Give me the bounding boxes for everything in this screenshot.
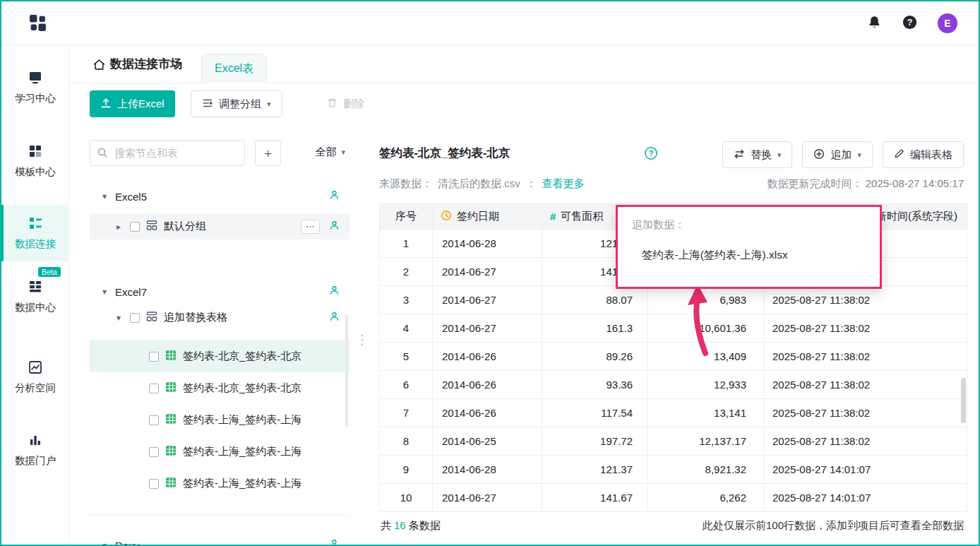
group-icon xyxy=(146,220,157,234)
drag-dots-icon: ⋮ xyxy=(356,333,369,347)
tree-table-item[interactable]: 签约表-上海_签约表-上海 xyxy=(90,436,349,468)
table-row: 62014-06-2693.3612,9332025-08-27 11:38:0… xyxy=(380,371,967,399)
add-node-button[interactable]: ＋ xyxy=(255,140,281,166)
tree-table-label: 签约表-北京_签约表-北京 xyxy=(183,350,301,363)
search-icon xyxy=(97,147,108,161)
share-permission-icon[interactable] xyxy=(329,220,340,233)
sidebar-item-label: 模板中心 xyxy=(1,165,69,179)
caret-down-icon[interactable]: ▾ xyxy=(100,191,109,201)
delete-button[interactable]: 删除 xyxy=(323,90,369,117)
tree-table-label: 签约表-上海_签约表-上海 xyxy=(183,445,301,458)
checkbox[interactable] xyxy=(149,447,159,457)
app-logo-icon[interactable] xyxy=(28,13,47,32)
template-center-icon xyxy=(28,143,43,159)
more-options-button[interactable]: ⋯ xyxy=(301,220,320,234)
sidebar-item-data-connection[interactable]: 数据连接 xyxy=(1,215,69,251)
checkbox[interactable] xyxy=(149,384,159,393)
share-permission-icon[interactable] xyxy=(329,285,340,299)
tree-table-item[interactable]: 签约表-上海_签约表-上海 xyxy=(90,468,349,499)
caret-down-icon[interactable]: ▾ xyxy=(100,287,109,297)
sidebar-item-label: 数据门户 xyxy=(1,454,69,468)
circle-plus-icon xyxy=(813,148,825,162)
caret-down-icon[interactable]: ▾ xyxy=(114,313,124,323)
replace-button[interactable]: 替换 ▾ xyxy=(722,141,793,168)
chevron-down-icon: ▾ xyxy=(777,151,782,159)
tree-table-item-selected[interactable]: 签约表-北京_签约表-北京 xyxy=(90,340,349,372)
upload-excel-label: 上传Excel xyxy=(117,97,165,111)
sidebar-item-data-portal[interactable]: 数据门户 xyxy=(1,432,69,468)
append-data-tooltip: 追加数据： 签约表-上海(签约表-上海).xlsx xyxy=(616,205,882,289)
tree-scrollbar[interactable] xyxy=(345,314,348,427)
delete-label: 删除 xyxy=(343,97,364,111)
table-icon xyxy=(165,445,177,459)
page-title: 数据连接市场 xyxy=(110,45,182,83)
adjust-group-button[interactable]: 调整分组 ▾ xyxy=(191,90,282,117)
tree-table-item[interactable]: 签约表-北京_签约表-北京 xyxy=(90,372,349,404)
header-date: 签约日期 xyxy=(433,204,542,230)
more-icon: ⋯ xyxy=(306,222,315,231)
tree-search xyxy=(90,140,245,166)
svg-text:?: ? xyxy=(649,149,654,158)
left-nav-sidebar: 学习中心 模板中心 数据连接 Beta 数据中心 分析空间 xyxy=(1,45,69,545)
help-circle-icon[interactable]: ? xyxy=(644,146,658,163)
table-row: 82014-06-25197.7212,137.172025-08-27 11:… xyxy=(380,427,967,456)
tree-table-label: 签约表-北京_签约表-北京 xyxy=(183,381,301,395)
sidebar-item-template-center[interactable]: 模板中心 xyxy=(1,143,69,179)
sidebar-item-label: 学习中心 xyxy=(1,92,69,105)
chevron-down-icon: ▾ xyxy=(341,148,345,156)
analysis-space-icon xyxy=(28,360,43,375)
panel-resize-handle[interactable]: ⋮ xyxy=(356,333,369,348)
plus-icon: ＋ xyxy=(262,145,275,162)
sidebar-item-data-center[interactable]: Beta 数据中心 xyxy=(1,279,69,314)
share-permission-icon[interactable] xyxy=(329,311,340,324)
sidebar-item-analysis-space[interactable]: 分析空间 xyxy=(1,360,69,395)
checkbox[interactable] xyxy=(149,415,159,425)
table-detail-panel: 签约表-北京_签约表-北京 ? 替换 ▾ 追加 ▾ xyxy=(379,140,964,545)
home-icon[interactable] xyxy=(92,58,106,74)
caret-down-icon[interactable]: ▾ xyxy=(100,540,109,546)
replace-label: 替换 xyxy=(751,148,772,162)
date-type-clock-icon xyxy=(441,210,452,223)
tree-table-item[interactable]: 签约表-上海_签约表-上海 xyxy=(90,404,349,436)
tree-node-excel7[interactable]: ▾ Excel7 xyxy=(90,279,349,304)
share-permission-icon[interactable] xyxy=(329,539,340,546)
share-permission-icon[interactable] xyxy=(329,190,340,203)
adjust-group-label: 调整分组 xyxy=(219,97,261,111)
tree-group-default[interactable]: ▸ 默认分组 ⋯ xyxy=(90,213,349,239)
append-button[interactable]: 追加 ▾ xyxy=(802,141,873,168)
append-data-label: 追加数据： xyxy=(632,218,685,232)
search-input[interactable] xyxy=(90,140,245,166)
table-scrollbar[interactable] xyxy=(961,378,966,423)
caret-right-icon[interactable]: ▸ xyxy=(114,222,124,232)
tree-node-roxy[interactable]: ▾ Roxy xyxy=(90,533,349,546)
tab-excel[interactable]: Excel表 xyxy=(201,54,267,83)
detail-actions: 替换 ▾ 追加 ▾ 编辑表格 xyxy=(722,141,964,168)
upload-excel-button[interactable]: 上传Excel xyxy=(90,90,175,117)
upload-icon xyxy=(100,97,112,111)
edit-table-label: 编辑表格 xyxy=(910,148,952,162)
tree-group-append-replace[interactable]: ▾ 追加替换表格 xyxy=(90,304,349,331)
notification-bell-icon[interactable] xyxy=(867,15,882,32)
tree-node-excel5[interactable]: ▾ Excel5 xyxy=(90,184,349,209)
data-portal-icon xyxy=(28,432,43,448)
checkbox[interactable] xyxy=(130,313,140,323)
learning-center-icon xyxy=(28,70,43,85)
app-window: ? E 学习中心 模板中心 数据连接 Be xyxy=(0,0,980,546)
help-icon[interactable]: ? xyxy=(902,14,918,33)
tree-filter-label: 全部 xyxy=(315,146,336,159)
checkbox[interactable] xyxy=(149,352,159,362)
sidebar-item-label: 数据中心 xyxy=(1,301,69,314)
checkbox[interactable] xyxy=(130,222,140,232)
view-more-link[interactable]: 查看更多 xyxy=(542,177,585,191)
table-row: 32014-06-2788.076,9832025-08-27 11:38:02 xyxy=(380,286,967,314)
update-time-label: 数据更新完成时间： xyxy=(767,177,863,189)
edit-table-button[interactable]: 编辑表格 xyxy=(883,141,964,168)
sidebar-item-learning-center[interactable]: 学习中心 xyxy=(1,70,69,105)
dataset-tree-panel: ＋ 全部 ▾ ▾ Excel5 ▸ 默认分组 ⋯ xyxy=(90,134,349,545)
total-prefix: 共 xyxy=(381,519,391,531)
checkbox[interactable] xyxy=(149,479,159,489)
user-avatar[interactable]: E xyxy=(938,13,957,33)
tree-node-label: Excel7 xyxy=(115,286,147,298)
source-label: 来源数据： xyxy=(379,177,432,191)
tree-filter-dropdown[interactable]: 全部 ▾ xyxy=(315,146,345,159)
